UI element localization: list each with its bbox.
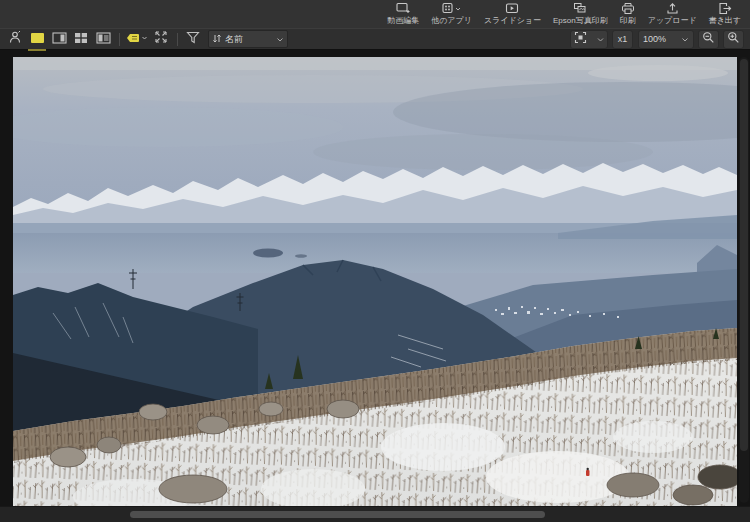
view-list-button[interactable] [94,30,112,48]
photo-viewport[interactable] [13,57,737,507]
print-label: 印刷 [620,16,636,25]
upload-label: アップロード [648,16,697,25]
export-label: 書き出す [709,16,741,25]
top-toolbar: 動画編集 他のアプリ スライドショー Epson写真印刷 [0,0,750,28]
view-split-button[interactable] [50,30,68,48]
zoom-percent-select[interactable]: 100% [638,30,694,49]
sort-value: 名前 [225,33,276,46]
view-grid-icon [74,30,88,48]
vertical-scrollbar[interactable] [739,57,749,503]
toolbar-separator [119,33,120,46]
export-button[interactable]: 書き出す [703,1,747,27]
print-icon [621,2,635,15]
horizontal-scrollbar[interactable] [0,506,750,522]
video-edit-button[interactable]: 動画編集 [381,1,425,27]
other-apps-label: 他のアプリ [431,16,472,25]
zoom-percent-value: 100% [643,34,666,44]
zoom-out-icon [702,30,715,48]
other-apps-icon [442,2,454,15]
fit-screen-icon [574,30,587,48]
chevron-down-icon [681,30,689,48]
tag-icon [126,30,141,48]
vertical-scrollbar-thumb[interactable] [740,59,748,451]
slideshow-button[interactable]: スライドショー [478,1,547,27]
slideshow-label: スライドショー [484,16,541,25]
export-icon [718,2,732,15]
view-single-icon [30,30,45,48]
chevron-down-icon [455,2,461,15]
upload-button[interactable]: アップロード [642,1,703,27]
fit-screen-button[interactable] [570,30,608,49]
canvas-area [0,51,750,507]
expand-view-button[interactable] [152,30,170,48]
person-icon [8,30,23,49]
video-edit-label: 動画編集 [387,16,419,25]
toolbar-separator [177,33,178,46]
sort-arrows-icon [212,30,222,48]
filter-button[interactable] [184,30,202,48]
sort-select[interactable]: 名前 [208,30,288,48]
chevron-down-icon [597,30,604,48]
people-view-button[interactable] [6,30,24,48]
epson-photo-print-label: Epson写真印刷 [553,16,608,25]
video-edit-icon [396,2,410,15]
view-split-icon [52,30,67,48]
zoom-in-button[interactable] [723,30,744,49]
zoom-out-button[interactable] [698,30,719,49]
view-list-icon [96,30,111,48]
tag-filter-button[interactable] [126,30,148,48]
view-grid-button[interactable] [72,30,90,48]
print-button[interactable]: 印刷 [614,1,642,27]
filter-icon [186,30,200,48]
other-apps-button[interactable]: 他のアプリ [425,1,478,27]
zoom-in-icon [727,30,740,48]
app-window: 動画編集 他のアプリ スライドショー Epson写真印刷 [0,0,750,522]
epson-photo-print-button[interactable]: Epson写真印刷 [547,1,614,27]
expand-icon [154,30,168,48]
horizontal-scrollbar-thumb[interactable] [130,511,545,518]
zoom-x1-label: x1 [615,34,631,44]
mountain-landscape-photo [13,57,737,507]
view-toolbar: 名前 x1 100% [0,28,750,50]
epson-photo-print-icon [573,2,587,15]
slideshow-icon [505,2,519,15]
chevron-down-icon [141,30,148,48]
zoom-controls: x1 100% [566,30,744,49]
zoom-x1-button[interactable]: x1 [612,30,633,49]
chevron-down-icon [276,30,284,48]
upload-icon [666,2,679,15]
view-single-button[interactable] [28,30,46,48]
